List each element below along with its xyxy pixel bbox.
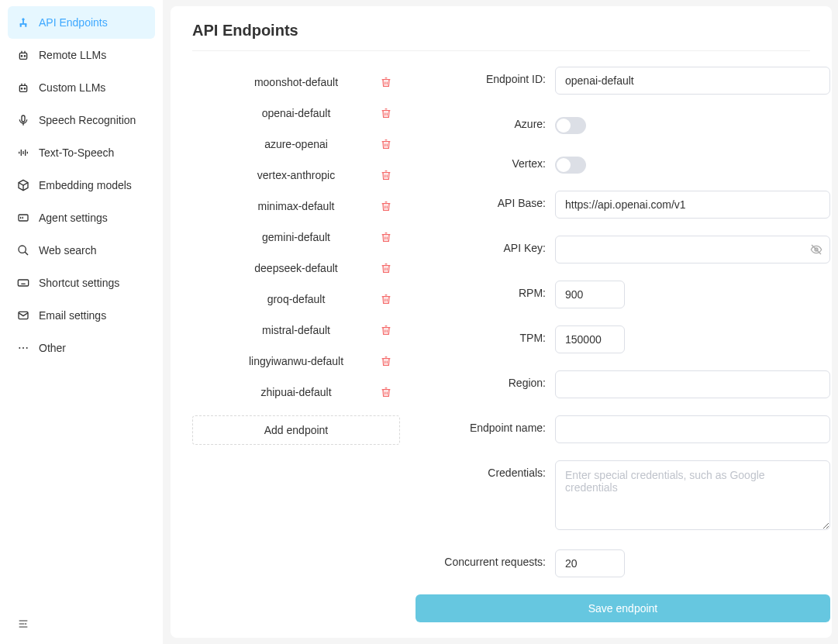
keyboard-icon xyxy=(17,277,29,289)
sidebar-item-embedding-models[interactable]: Embedding models xyxy=(8,169,155,201)
svg-point-7 xyxy=(24,56,25,57)
waveform-icon xyxy=(17,146,29,159)
endpoint-name: openai-default xyxy=(192,107,400,119)
trash-icon[interactable] xyxy=(378,353,394,369)
region-label: Region: xyxy=(416,370,555,389)
endpoint-name: vertex-anthropic xyxy=(192,169,400,181)
endpoint-row[interactable]: deepseek-default xyxy=(192,253,400,284)
trash-icon[interactable] xyxy=(378,384,394,400)
endpoint-name-input[interactable] xyxy=(555,415,830,443)
svg-point-6 xyxy=(21,56,22,57)
svg-line-27 xyxy=(25,252,28,255)
sidebar-item-speech-recognition[interactable]: Speech Recognition xyxy=(8,104,155,136)
azure-toggle[interactable] xyxy=(555,117,586,134)
sidebar-item-api-endpoints[interactable]: API Endpoints xyxy=(8,6,155,39)
endpoint-name: minimax-default xyxy=(192,200,400,212)
api-key-label: API Key: xyxy=(416,236,555,254)
sidebar-item-email-settings[interactable]: Email settings xyxy=(8,299,155,332)
trash-icon[interactable] xyxy=(378,74,394,90)
endpoint-row[interactable]: moonshot-default xyxy=(192,67,400,98)
api-key-input[interactable] xyxy=(555,236,830,263)
endpoint-id-input[interactable] xyxy=(555,67,830,95)
sidebar-item-label: Embedding models xyxy=(39,179,132,191)
api-icon xyxy=(17,16,29,29)
sidebar-item-label: Speech Recognition xyxy=(39,114,136,126)
sidebar-item-remote-llms[interactable]: Remote LLMs xyxy=(8,39,155,71)
region-input[interactable] xyxy=(555,370,830,398)
tpm-input[interactable] xyxy=(555,325,625,353)
rpm-label: RPM: xyxy=(416,281,555,299)
svg-point-12 xyxy=(24,88,25,89)
api-base-label: API Base: xyxy=(416,191,555,209)
main-panel: API Endpoints moonshot-default openai-de… xyxy=(171,6,832,638)
sidebar-item-label: Agent settings xyxy=(39,212,108,224)
trash-icon[interactable] xyxy=(378,260,394,276)
endpoint-list: moonshot-default openai-default azure-op… xyxy=(192,67,400,622)
vertex-label: Vertex: xyxy=(416,151,555,170)
endpoint-row[interactable]: gemini-default xyxy=(192,222,400,253)
sidebar-item-agent-settings[interactable]: Agent settings xyxy=(8,201,155,234)
endpoint-row[interactable]: zhipuai-default xyxy=(192,377,400,408)
add-endpoint-button[interactable]: Add endpoint xyxy=(192,415,400,445)
trash-icon[interactable] xyxy=(378,136,394,152)
endpoint-row[interactable]: minimax-default xyxy=(192,191,400,222)
api-base-input[interactable] xyxy=(555,191,830,219)
svg-rect-28 xyxy=(18,280,28,286)
vertex-toggle[interactable] xyxy=(555,157,586,174)
concurrent-requests-input[interactable] xyxy=(555,549,625,577)
sidebar-item-label: Web search xyxy=(39,244,96,257)
sidebar-item-label: Email settings xyxy=(39,309,106,322)
sidebar: API Endpoints Remote LLMs Custom LLMs Sp… xyxy=(0,0,163,644)
eye-off-icon[interactable] xyxy=(810,243,822,256)
trash-icon[interactable] xyxy=(378,105,394,121)
trash-icon[interactable] xyxy=(378,322,394,338)
azure-label: Azure: xyxy=(416,112,555,130)
sidebar-item-text-to-speech[interactable]: Text-To-Speech xyxy=(8,136,155,169)
sidebar-item-label: Remote LLMs xyxy=(39,49,106,61)
cube-icon xyxy=(17,179,29,191)
sidebar-item-shortcut-settings[interactable]: Shortcut settings xyxy=(8,267,155,299)
sidebar-item-custom-llms[interactable]: Custom LLMs xyxy=(8,71,155,104)
sidebar-item-label: Other xyxy=(39,342,66,354)
endpoint-form: Endpoint ID: Azure: Vertex: xyxy=(416,67,830,622)
endpoint-row[interactable]: lingyiwanwu-default xyxy=(192,346,400,377)
svg-rect-1 xyxy=(22,20,23,23)
concurrent-requests-label: Concurrent requests: xyxy=(416,549,555,568)
endpoint-name: gemini-default xyxy=(192,231,400,243)
endpoint-name: azure-openai xyxy=(192,138,400,150)
endpoint-name: mistral-default xyxy=(192,324,400,336)
robot-icon xyxy=(17,49,29,61)
svg-rect-15 xyxy=(22,115,25,122)
endpoint-row[interactable]: groq-default xyxy=(192,284,400,315)
sidebar-item-label: Text-To-Speech xyxy=(39,146,114,159)
endpoint-name-label: Endpoint name: xyxy=(416,415,555,434)
endpoint-row[interactable]: vertex-anthropic xyxy=(192,160,400,191)
page-title: API Endpoints xyxy=(192,22,810,51)
svg-point-35 xyxy=(19,347,20,349)
endpoint-name: lingyiwanwu-default xyxy=(192,355,400,367)
svg-point-0 xyxy=(22,19,25,21)
credentials-textarea[interactable] xyxy=(555,460,830,530)
endpoint-id-label: Endpoint ID: xyxy=(416,67,555,85)
agent-icon xyxy=(17,212,29,224)
endpoint-row[interactable]: azure-openai xyxy=(192,129,400,160)
sidebar-item-label: Shortcut settings xyxy=(39,277,119,289)
trash-icon[interactable] xyxy=(378,167,394,183)
sidebar-item-web-search[interactable]: Web search xyxy=(8,234,155,267)
trash-icon[interactable] xyxy=(378,229,394,245)
endpoint-row[interactable]: mistral-default xyxy=(192,315,400,346)
endpoint-name: zhipuai-default xyxy=(192,386,400,398)
collapse-sidebar-icon[interactable] xyxy=(17,618,146,630)
trash-icon[interactable] xyxy=(378,198,394,214)
svg-rect-3 xyxy=(20,25,21,27)
mail-icon xyxy=(17,309,29,322)
rpm-input[interactable] xyxy=(555,281,625,308)
search-icon xyxy=(17,244,29,257)
save-endpoint-button[interactable]: Save endpoint xyxy=(416,594,830,622)
sidebar-item-other[interactable]: Other xyxy=(8,332,155,364)
endpoint-row[interactable]: openai-default xyxy=(192,98,400,129)
mic-icon xyxy=(17,114,29,126)
tpm-label: TPM: xyxy=(416,325,555,344)
robot-icon xyxy=(17,81,29,94)
trash-icon[interactable] xyxy=(378,291,394,307)
